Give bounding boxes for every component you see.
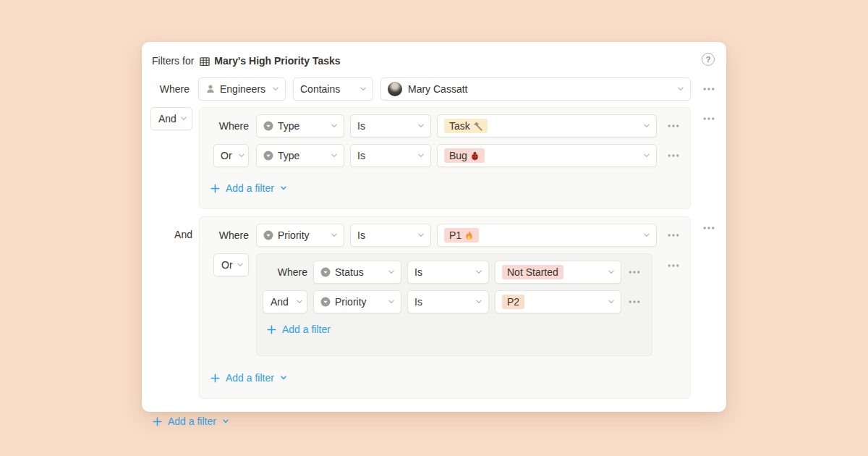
property-name: Priority bbox=[278, 229, 310, 241]
value-select-task[interactable]: Task bbox=[437, 114, 657, 138]
chevron-down-icon bbox=[272, 85, 279, 93]
filter-row-priority-p2: And Priority Is bbox=[263, 290, 652, 313]
row-menu-button[interactable] bbox=[628, 295, 641, 308]
chevron-down-icon bbox=[475, 298, 482, 305]
add-filter-button-nested[interactable]: Add a filter bbox=[267, 321, 331, 338]
property-select-status[interactable]: Status bbox=[313, 261, 401, 284]
tag-not-started: Not Started bbox=[502, 265, 563, 279]
add-filter-label: Add a filter bbox=[282, 324, 331, 335]
add-filter-button-group1[interactable]: Add a filter bbox=[210, 180, 287, 197]
filter-group-1-section: And Where Type Is bbox=[142, 107, 726, 209]
question-mark-icon: ? bbox=[706, 55, 711, 64]
value-select-not-started[interactable]: Not Started bbox=[495, 261, 621, 284]
property-select-type[interactable]: Type bbox=[256, 144, 344, 167]
filters-panel: Filters for Mary's High Priority Tasks ?… bbox=[142, 42, 726, 412]
connector-label: Or bbox=[221, 259, 233, 271]
chevron-down-icon bbox=[643, 122, 650, 130]
connector-select-or[interactable]: Or bbox=[213, 144, 249, 167]
plus-icon bbox=[153, 417, 162, 426]
chevron-down-icon bbox=[280, 185, 287, 192]
panel-header: Filters for Mary's High Priority Tasks ? bbox=[142, 42, 726, 68]
chevron-down-icon bbox=[608, 298, 615, 305]
operator-select-is[interactable]: Is bbox=[350, 144, 431, 167]
where-label: Where bbox=[213, 229, 249, 241]
ellipsis-icon bbox=[668, 234, 679, 237]
table-icon bbox=[199, 56, 209, 66]
select-icon bbox=[263, 121, 273, 131]
operator-select-is[interactable]: Is bbox=[350, 224, 431, 247]
connector-select-or[interactable]: Or bbox=[213, 253, 249, 276]
operator-select-is[interactable]: Is bbox=[350, 114, 431, 138]
group-menu-button[interactable] bbox=[702, 112, 715, 125]
row-menu-button[interactable] bbox=[702, 83, 715, 96]
filter-group-2: Where Priority Is P1 bbox=[199, 216, 691, 399]
add-filter-label: Add a filter bbox=[226, 182, 274, 194]
chevron-down-icon bbox=[643, 232, 650, 239]
row-menu-button[interactable] bbox=[667, 149, 680, 162]
row-menu-button[interactable] bbox=[667, 119, 680, 132]
connector-label-and: And bbox=[142, 223, 192, 246]
value-select-bug[interactable]: Bug bbox=[437, 144, 657, 167]
add-filter-button-root[interactable]: Add a filter bbox=[153, 413, 229, 430]
chevron-down-icon bbox=[180, 115, 187, 122]
person-value: Mary Cassatt bbox=[408, 83, 467, 95]
operator-select-contains[interactable]: Contains bbox=[293, 77, 373, 101]
filter-row-engineers: Where Engineers Contains Mary Cassatt bbox=[152, 77, 726, 101]
operator-name: Is bbox=[357, 120, 365, 132]
select-icon bbox=[263, 230, 273, 240]
value-select-person[interactable]: Mary Cassatt bbox=[380, 77, 691, 101]
group-menu-button[interactable] bbox=[702, 221, 715, 235]
tag-label: Task bbox=[449, 120, 470, 132]
help-button[interactable]: ? bbox=[702, 53, 715, 66]
tag-label: Not Started bbox=[507, 266, 558, 278]
property-select-priority[interactable]: Priority bbox=[313, 290, 401, 313]
tag-label: Bug bbox=[449, 150, 467, 161]
add-filter-label: Add a filter bbox=[168, 415, 216, 427]
plus-icon bbox=[267, 325, 276, 334]
lady-beetle-emoji bbox=[470, 151, 480, 161]
operator-select-is[interactable]: Is bbox=[407, 261, 489, 284]
connector-select-and[interactable]: And bbox=[263, 290, 307, 313]
plus-icon bbox=[210, 184, 220, 193]
row-menu-button[interactable] bbox=[667, 229, 680, 242]
connector-label: Or bbox=[221, 150, 232, 161]
plus-icon bbox=[210, 373, 220, 383]
chevron-down-icon bbox=[331, 122, 338, 130]
select-icon bbox=[263, 151, 273, 161]
filter-group-2-section: And Where Priority Is P1 bbox=[142, 216, 726, 399]
property-name: Type bbox=[278, 150, 299, 161]
ellipsis-icon bbox=[703, 117, 715, 120]
chevron-down-icon bbox=[331, 152, 338, 159]
ellipsis-icon bbox=[629, 271, 640, 274]
operator-name: Is bbox=[357, 150, 365, 161]
tag-p2: P2 bbox=[502, 295, 524, 309]
view-title: Mary's High Priority Tasks bbox=[214, 55, 340, 67]
connector-label: And bbox=[158, 113, 176, 124]
property-name: Priority bbox=[335, 296, 367, 308]
where-label: Where bbox=[152, 83, 190, 95]
operator-name: Is bbox=[414, 266, 422, 278]
chevron-down-icon bbox=[238, 152, 245, 159]
page-background: Filters for Mary's High Priority Tasks ?… bbox=[0, 0, 868, 456]
ellipsis-icon bbox=[668, 264, 679, 267]
property-select-engineers[interactable]: Engineers bbox=[198, 77, 286, 101]
where-label: Where bbox=[263, 266, 307, 278]
connector-select-and[interactable]: And bbox=[150, 107, 192, 130]
ellipsis-icon bbox=[668, 154, 679, 157]
add-filter-button-group2[interactable]: Add a filter bbox=[210, 369, 287, 387]
nested-filter-group: Where Status Is bbox=[256, 253, 652, 356]
value-select-p1[interactable]: P1 bbox=[437, 224, 657, 247]
property-select-priority[interactable]: Priority bbox=[256, 224, 344, 247]
add-filter-label: Add a filter bbox=[226, 372, 274, 384]
header-prefix: Filters for bbox=[152, 55, 194, 67]
row-menu-button[interactable] bbox=[628, 266, 641, 279]
operator-select-is[interactable]: Is bbox=[407, 290, 489, 313]
select-icon bbox=[320, 297, 331, 307]
filter-row-status: Where Status Is bbox=[263, 261, 652, 284]
chevron-down-icon bbox=[388, 269, 395, 276]
tag-bug: Bug bbox=[444, 148, 485, 163]
operator-name: Is bbox=[357, 229, 365, 241]
value-select-p2[interactable]: P2 bbox=[495, 290, 621, 313]
property-select-type[interactable]: Type bbox=[256, 114, 344, 138]
nested-group-menu-button[interactable] bbox=[667, 259, 680, 272]
